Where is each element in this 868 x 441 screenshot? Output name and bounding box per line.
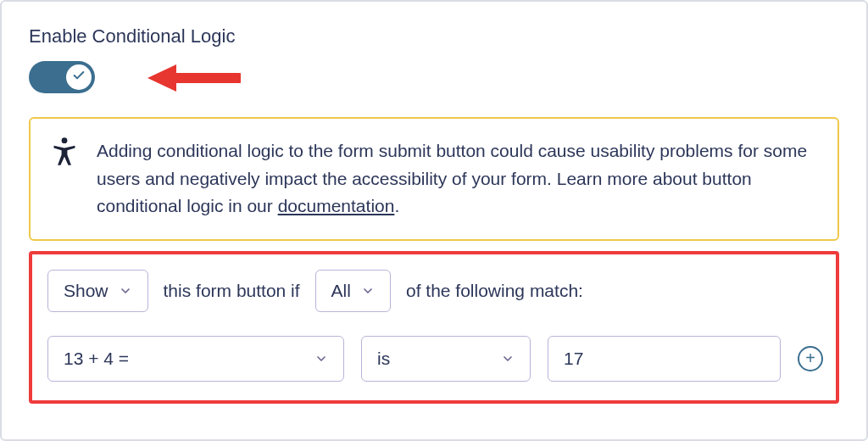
action-select-value: Show — [64, 281, 108, 301]
accessibility-notice: Adding conditional logic to the form sub… — [29, 117, 839, 241]
notice-text-after: . — [394, 196, 399, 215]
operator-select-value: is — [377, 349, 390, 369]
value-input[interactable]: 17 — [548, 336, 781, 382]
rules-highlight-box: Show this form button if All of the foll… — [29, 251, 839, 404]
callout-arrow-icon — [147, 59, 241, 100]
chevron-down-icon — [501, 352, 515, 366]
documentation-link[interactable]: documentation — [278, 196, 395, 215]
match-select-value: All — [331, 281, 351, 301]
operator-select[interactable]: is — [361, 336, 531, 382]
accessibility-icon — [53, 137, 76, 170]
enable-toggle[interactable] — [29, 61, 95, 93]
svg-marker-1 — [147, 64, 176, 92]
toggle-row — [29, 61, 839, 93]
match-select[interactable]: All — [315, 270, 391, 312]
check-icon — [72, 69, 86, 86]
plus-icon: + — [805, 349, 815, 368]
value-input-text: 17 — [564, 349, 583, 368]
add-rule-button[interactable]: + — [798, 346, 823, 371]
notice-text: Adding conditional logic to the form sub… — [97, 137, 815, 220]
field-select-value: 13 + 4 = — [64, 349, 129, 369]
toggle-knob — [66, 64, 92, 90]
section-title: Enable Conditional Logic — [29, 25, 839, 47]
notice-text-before: Adding conditional logic to the form sub… — [97, 141, 807, 215]
rule-row: 13 + 4 = is 17 + — [47, 336, 821, 382]
field-select[interactable]: 13 + 4 = — [47, 336, 344, 382]
rule-text-1: this form button if — [164, 281, 300, 301]
chevron-down-icon — [119, 284, 132, 298]
chevron-down-icon — [314, 352, 328, 366]
svg-point-2 — [62, 137, 68, 143]
conditional-logic-panel: Enable Conditional Logic — [0, 0, 868, 441]
action-select[interactable]: Show — [47, 270, 148, 312]
chevron-down-icon — [361, 284, 375, 298]
rule-condition-header: Show this form button if All of the foll… — [47, 270, 821, 312]
rule-text-2: of the following match: — [406, 281, 583, 301]
